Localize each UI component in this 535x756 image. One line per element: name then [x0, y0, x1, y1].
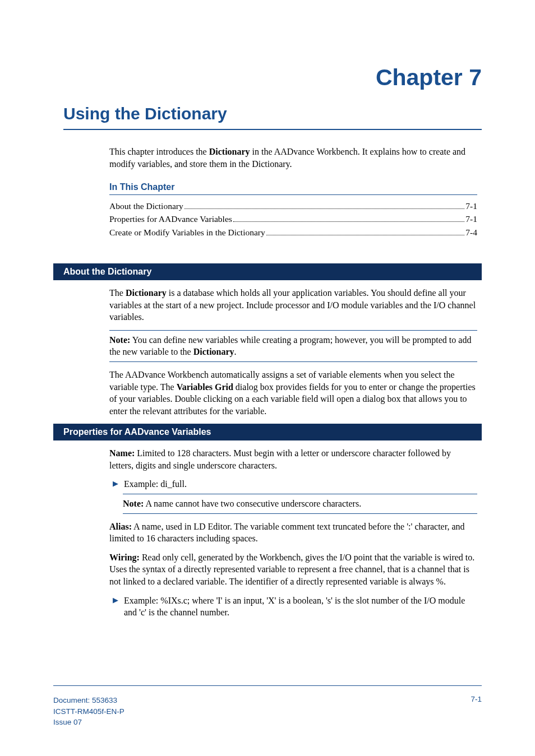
about-p2: The AADvance Workbench automatically ass… — [109, 369, 477, 417]
footer-doc-line1: Document: 553633 — [53, 695, 124, 706]
prop-name-label: Name: — [109, 448, 135, 458]
footer-doc-line2: ICSTT-RM405f-EN-P — [53, 706, 124, 717]
intro-text-a: This chapter introduces the — [109, 147, 209, 156]
toc-row[interactable]: Properties for AADvance Variables 7-1 — [109, 212, 477, 225]
intro-bold-1: Dictionary — [209, 147, 250, 156]
triangle-bullet-icon: ▶ — [113, 595, 118, 619]
in-this-chapter-heading: In This Chapter — [109, 182, 477, 195]
about-note-b: . — [234, 347, 237, 356]
chapter-title: Using the Dictionary — [63, 104, 482, 130]
bullet-name-example: ▶ Example: di_full. — [109, 478, 477, 490]
prop-alias-label: Alias: — [109, 522, 132, 531]
name-note-label: Note: — [123, 499, 144, 508]
about-note-bold: Dictionary — [193, 347, 234, 356]
bullet-wiring-example: ▶ Example: %IXs.c; where 'I' is an input… — [109, 595, 477, 619]
about-note-box: Note: You can define new variables while… — [109, 330, 477, 362]
about-p1: The Dictionary is a database which holds… — [109, 287, 477, 323]
toc-block: About the Dictionary 7-1 Properties for … — [109, 200, 477, 239]
toc-dots — [185, 208, 465, 209]
section-heading-properties: Properties for AADvance Variables — [53, 424, 482, 440]
page-footer: Document: 553633 ICSTT-RM405f-EN-P Issue… — [53, 695, 482, 728]
prop-name: Name: Limited to 128 characters. Must be… — [109, 447, 477, 471]
toc-label: Create or Modify Variables in the Dictio… — [109, 226, 265, 239]
name-note-box: Note: A name cannot have two consecutive… — [123, 494, 477, 514]
toc-label: Properties for AADvance Variables — [109, 212, 232, 225]
footer-rule — [53, 685, 482, 686]
footer-doc-line3: Issue 07 — [53, 717, 124, 728]
prop-alias-text: A name, used in LD Editor. The variable … — [109, 522, 465, 544]
about-p1-a: The — [109, 288, 126, 298]
about-note-label: Note: — [109, 335, 130, 345]
toc-page: 7-4 — [465, 226, 477, 239]
about-p2-bold: Variables Grid — [177, 382, 233, 392]
footer-left: Document: 553633 ICSTT-RM405f-EN-P Issue… — [53, 695, 124, 728]
toc-label: About the Dictionary — [109, 200, 183, 212]
bullet-text: Example: di_full. — [124, 478, 477, 490]
chapter-number: Chapter 7 — [53, 64, 482, 91]
footer-page-number: 7-1 — [471, 695, 482, 703]
prop-wiring: Wiring: Read only cell, generated by the… — [109, 551, 477, 588]
about-p1-bold: Dictionary — [126, 288, 167, 298]
section-heading-about-dictionary: About the Dictionary — [53, 263, 482, 280]
toc-row[interactable]: Create or Modify Variables in the Dictio… — [109, 226, 477, 239]
prop-name-text: Limited to 128 characters. Must begin wi… — [109, 448, 451, 470]
triangle-bullet-icon: ▶ — [113, 478, 118, 490]
prop-alias: Alias: A name, used in LD Editor. The va… — [109, 521, 477, 545]
toc-page: 7-1 — [465, 200, 477, 212]
about-note-text: Note: You can define new variables while… — [109, 334, 477, 358]
bullet-text: Example: %IXs.c; where 'I' is an input, … — [124, 595, 477, 619]
toc-page: 7-1 — [465, 212, 477, 225]
about-note-a: You can define new variables while creat… — [109, 335, 471, 357]
toc-dots — [233, 221, 465, 222]
toc-row[interactable]: About the Dictionary 7-1 — [109, 200, 477, 212]
toc-dots — [266, 235, 465, 235]
name-note-body: A name cannot have two consecutive under… — [144, 499, 361, 508]
name-note-text: Note: A name cannot have two consecutive… — [123, 498, 477, 510]
prop-wiring-label: Wiring: — [109, 553, 140, 562]
intro-paragraph: This chapter introduces the Dictionary i… — [109, 146, 477, 170]
prop-wiring-text: Read only cell, generated by the Workben… — [109, 553, 474, 586]
